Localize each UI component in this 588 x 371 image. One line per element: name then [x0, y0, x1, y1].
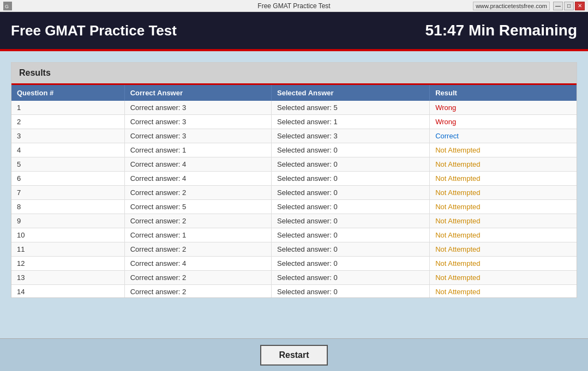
title-bar-left: G	[3, 2, 12, 10]
cell-question: 5	[11, 157, 124, 172]
table-row: 6Correct answer: 4Selected answer: 0Not …	[11, 172, 577, 186]
cell-selected-answer: Selected answer: 0	[272, 285, 430, 298]
timer-display: 51:47 Min Remaining	[425, 22, 577, 39]
results-panel: Results Question # Correct Answer Select…	[11, 62, 577, 298]
cell-question: 6	[11, 172, 124, 186]
table-row: 5Correct answer: 4Selected answer: 0Not …	[11, 157, 577, 172]
table-row: 8Correct answer: 5Selected answer: 0Not …	[11, 200, 577, 214]
cell-selected-answer: Selected answer: 0	[272, 242, 430, 257]
table-row: 1Correct answer: 3Selected answer: 5Wron…	[11, 101, 577, 115]
col-header-result: Result	[430, 85, 577, 101]
results-header: Results	[11, 63, 577, 85]
cell-result: Not Attempted	[430, 186, 577, 200]
app-icon: G	[3, 2, 12, 10]
cell-result: Not Attempted	[430, 242, 577, 257]
cell-selected-answer: Selected answer: 0	[272, 200, 430, 214]
cell-question: 1	[11, 101, 124, 115]
cell-result: Correct	[430, 129, 577, 143]
app-title: Free GMAT Practice Test	[11, 22, 177, 39]
cell-correct-answer: Correct answer: 5	[124, 200, 271, 214]
table-row: 3Correct answer: 3Selected answer: 3Corr…	[11, 129, 577, 143]
col-header-question: Question #	[11, 85, 124, 101]
cell-correct-answer: Correct answer: 2	[124, 271, 271, 285]
cell-question: 9	[11, 214, 124, 228]
cell-correct-answer: Correct answer: 3	[124, 101, 271, 115]
cell-correct-answer: Correct answer: 2	[124, 242, 271, 257]
cell-selected-answer: Selected answer: 0	[272, 186, 430, 200]
cell-question: 7	[11, 186, 124, 200]
minimize-button[interactable]: —	[553, 2, 563, 10]
cell-question: 12	[11, 257, 124, 271]
app-header: Free GMAT Practice Test 51:47 Min Remain…	[0, 12, 588, 51]
cell-result: Not Attempted	[430, 200, 577, 214]
cell-question: 3	[11, 129, 124, 143]
cell-question: 13	[11, 271, 124, 285]
cell-question: 4	[11, 143, 124, 157]
cell-correct-answer: Correct answer: 4	[124, 172, 271, 186]
table-row: 4Correct answer: 1Selected answer: 0Not …	[11, 143, 577, 157]
cell-result: Not Attempted	[430, 172, 577, 186]
cell-question: 11	[11, 242, 124, 257]
url-bar: www.practicetestsfree.com	[473, 2, 550, 10]
cell-selected-answer: Selected answer: 0	[272, 271, 430, 285]
cell-result: Wrong	[430, 115, 577, 129]
restart-button[interactable]: Restart	[260, 345, 327, 366]
close-button[interactable]: ✕	[575, 2, 585, 10]
col-header-correct: Correct Answer	[124, 85, 271, 101]
cell-selected-answer: Selected answer: 1	[272, 115, 430, 129]
results-table: Question # Correct Answer Selected Answe…	[11, 85, 577, 297]
svg-text:G: G	[5, 4, 9, 9]
cell-correct-answer: Correct answer: 1	[124, 143, 271, 157]
cell-result: Not Attempted	[430, 285, 577, 298]
cell-correct-answer: Correct answer: 1	[124, 228, 271, 242]
cell-result: Not Attempted	[430, 157, 577, 172]
table-row: 12Correct answer: 4Selected answer: 0Not…	[11, 257, 577, 271]
content-area: Results Question # Correct Answer Select…	[0, 51, 588, 338]
col-header-selected: Selected Answer	[272, 85, 430, 101]
table-container[interactable]: Question # Correct Answer Selected Answe…	[11, 85, 577, 297]
window-controls[interactable]: — □ ✕	[553, 2, 585, 10]
cell-question: 2	[11, 115, 124, 129]
cell-selected-answer: Selected answer: 0	[272, 172, 430, 186]
cell-correct-answer: Correct answer: 2	[124, 214, 271, 228]
cell-result: Not Attempted	[430, 257, 577, 271]
window-title: Free GMAT Practice Test	[257, 2, 330, 10]
cell-result: Wrong	[430, 101, 577, 115]
cell-selected-answer: Selected answer: 0	[272, 143, 430, 157]
cell-selected-answer: Selected answer: 0	[272, 157, 430, 172]
table-header-row: Question # Correct Answer Selected Answe…	[11, 85, 577, 101]
bottom-bar: Restart	[0, 338, 588, 371]
cell-result: Not Attempted	[430, 143, 577, 157]
cell-result: Not Attempted	[430, 214, 577, 228]
cell-result: Not Attempted	[430, 228, 577, 242]
table-row: 9Correct answer: 2Selected answer: 0Not …	[11, 214, 577, 228]
cell-correct-answer: Correct answer: 2	[124, 186, 271, 200]
cell-correct-answer: Correct answer: 3	[124, 115, 271, 129]
cell-selected-answer: Selected answer: 5	[272, 101, 430, 115]
cell-selected-answer: Selected answer: 0	[272, 228, 430, 242]
cell-question: 8	[11, 200, 124, 214]
cell-question: 14	[11, 285, 124, 298]
cell-correct-answer: Correct answer: 4	[124, 157, 271, 172]
cell-result: Not Attempted	[430, 271, 577, 285]
title-bar: G Free GMAT Practice Test www.practicete…	[0, 0, 588, 12]
table-row: 11Correct answer: 2Selected answer: 0Not…	[11, 242, 577, 257]
table-row: 10Correct answer: 1Selected answer: 0Not…	[11, 228, 577, 242]
table-row: 7Correct answer: 2Selected answer: 0Not …	[11, 186, 577, 200]
cell-selected-answer: Selected answer: 0	[272, 257, 430, 271]
table-row: 13Correct answer: 2Selected answer: 0Not…	[11, 271, 577, 285]
cell-correct-answer: Correct answer: 3	[124, 129, 271, 143]
table-row: 14Correct answer: 2Selected answer: 0Not…	[11, 285, 577, 298]
cell-correct-answer: Correct answer: 4	[124, 257, 271, 271]
cell-question: 10	[11, 228, 124, 242]
cell-selected-answer: Selected answer: 3	[272, 129, 430, 143]
table-row: 2Correct answer: 3Selected answer: 1Wron…	[11, 115, 577, 129]
cell-correct-answer: Correct answer: 2	[124, 285, 271, 298]
cell-selected-answer: Selected answer: 0	[272, 214, 430, 228]
maximize-button[interactable]: □	[564, 2, 574, 10]
